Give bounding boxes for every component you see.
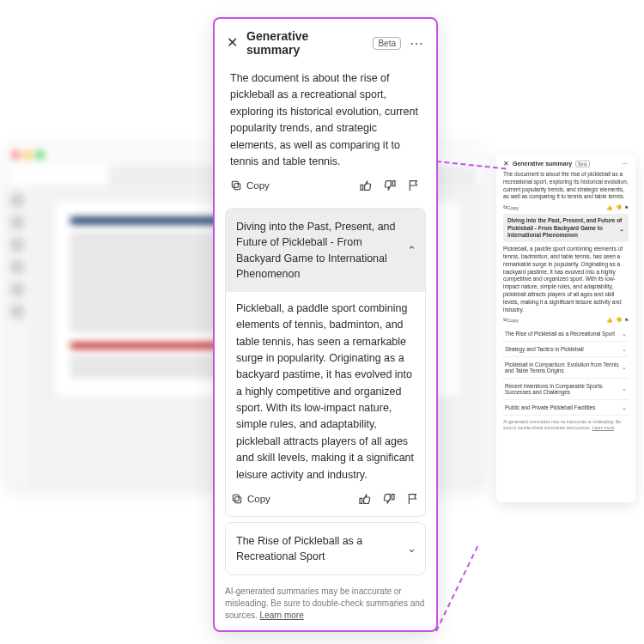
- more-icon[interactable]: ⋯: [410, 35, 424, 52]
- generative-summary-panel: ✕ Generative summary Beta ⋯ The document…: [213, 17, 438, 632]
- thumbs-up-icon[interactable]: [358, 492, 372, 506]
- section-item-expanded: Diving into the Past, Present, and Futur…: [225, 208, 426, 517]
- svg-rect-3: [233, 495, 239, 501]
- overall-summary: The document is about the rise of pickle…: [225, 65, 426, 170]
- flag-icon[interactable]: [407, 179, 421, 192]
- flag-icon[interactable]: [406, 492, 420, 506]
- section-title: Diving into the Past, Present, and Futur…: [236, 221, 396, 279]
- copy-icon: [231, 493, 243, 505]
- section-item: The Rise of Pickleball as a Recreational…: [225, 522, 426, 575]
- summary-text: The document is about the rise of pickle…: [230, 70, 421, 170]
- close-icon: ✕: [503, 160, 509, 167]
- summary-actions: Copy: [225, 170, 426, 203]
- learn-more-link[interactable]: Learn more: [260, 611, 304, 620]
- disclaimer-text: AI-generated summaries may be inaccurate…: [225, 586, 424, 620]
- beta-badge: Beta: [373, 37, 401, 50]
- panel-title: Generative summary: [246, 29, 364, 57]
- thumbs-down-icon[interactable]: [382, 492, 396, 506]
- chevron-down-icon: ⌄: [407, 541, 416, 557]
- section-header[interactable]: Diving into the Past, Present, and Futur…: [226, 209, 425, 292]
- disclaimer: AI-generated summaries may be inaccurate…: [215, 580, 436, 630]
- svg-rect-2: [235, 497, 241, 503]
- panel-header: ✕ Generative summary Beta ⋯: [215, 19, 436, 65]
- callout-line: [435, 546, 478, 632]
- section-header[interactable]: The Rise of Pickleball as a Recreational…: [226, 523, 425, 574]
- svg-rect-0: [234, 184, 240, 190]
- section-body: Pickleball, a paddle sport combining ele…: [226, 292, 425, 483]
- section-title: The Rise of Pickleball as a Recreational…: [236, 535, 362, 562]
- chevron-up-icon: ⌃: [407, 242, 416, 258]
- copy-button[interactable]: Copy: [230, 179, 270, 191]
- panel-body: The document is about the rise of pickle…: [215, 65, 436, 580]
- thumbs-up-icon[interactable]: [359, 179, 373, 192]
- mini-summary-panel: ✕ Generative summary Beta ⋯ The document…: [496, 155, 635, 502]
- copy-button[interactable]: Copy: [231, 493, 270, 505]
- more-icon: ⋯: [622, 161, 629, 167]
- copy-label: Copy: [247, 494, 270, 504]
- close-icon[interactable]: ✕: [227, 36, 238, 50]
- thumbs-down-icon[interactable]: [383, 179, 397, 192]
- copy-icon: [230, 179, 242, 191]
- section-actions: Copy: [226, 483, 425, 516]
- copy-label: Copy: [246, 180, 270, 191]
- svg-rect-1: [232, 182, 238, 188]
